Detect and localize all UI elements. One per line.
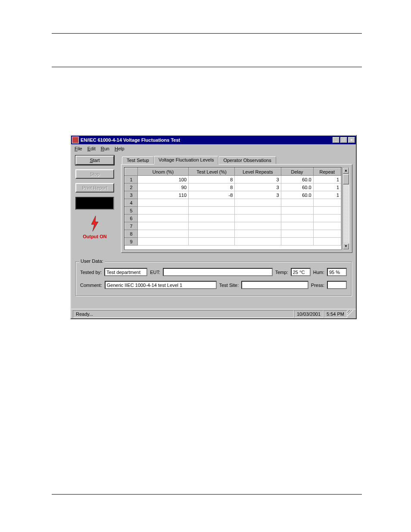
cell-repeat[interactable]: 1 — [313, 191, 341, 199]
col-repeat[interactable]: Repeat — [313, 168, 341, 176]
cell-testlevel[interactable]: 8 — [189, 176, 235, 184]
table-row[interactable]: 8 — [125, 230, 341, 238]
scroll-up-button[interactable]: ▲ — [343, 168, 349, 174]
row-header[interactable]: 3 — [125, 191, 138, 199]
cell-levelrepeats[interactable] — [235, 230, 281, 238]
cell-testlevel[interactable] — [189, 222, 235, 230]
col-unom[interactable]: Unom (%) — [138, 168, 189, 176]
cell-levelrepeats[interactable]: 3 — [235, 176, 281, 184]
cell-unom[interactable]: 90 — [138, 184, 189, 191]
temp-input[interactable] — [291, 268, 311, 276]
cell-testlevel[interactable] — [189, 199, 235, 207]
statusbar: Ready... 10/03/2001 5:54 PM — [71, 309, 356, 318]
menu-run[interactable]: Run — [101, 146, 109, 151]
scroll-thumb[interactable] — [343, 174, 349, 184]
cell-levelrepeats[interactable] — [235, 207, 281, 215]
print-report-button[interactable]: Print Report — [75, 183, 114, 193]
cell-repeat[interactable]: 1 — [313, 176, 341, 184]
start-button[interactable]: Start — [75, 156, 114, 165]
col-levelrepeats[interactable]: Level Repeats — [235, 168, 281, 176]
minimize-button[interactable]: _ — [333, 137, 339, 143]
tested-by-input[interactable] — [104, 268, 147, 276]
cell-delay[interactable] — [281, 238, 313, 246]
table-row[interactable]: 5 — [125, 207, 341, 215]
table-row[interactable]: 6 — [125, 215, 341, 222]
row-header[interactable]: 6 — [125, 215, 138, 222]
cell-unom[interactable] — [138, 230, 189, 238]
row-header[interactable]: 2 — [125, 184, 138, 191]
cell-repeat[interactable] — [313, 215, 341, 222]
comment-input[interactable] — [105, 281, 217, 289]
cell-testlevel[interactable] — [189, 215, 235, 222]
cell-delay[interactable]: 60.0 — [281, 184, 313, 191]
cell-testlevel[interactable]: 8 — [189, 184, 235, 191]
menu-file[interactable]: File — [75, 146, 82, 151]
cell-delay[interactable] — [281, 230, 313, 238]
cell-delay[interactable] — [281, 207, 313, 215]
menu-edit[interactable]: Edit — [87, 146, 96, 151]
cell-delay[interactable] — [281, 215, 313, 222]
cell-unom[interactable]: 100 — [138, 176, 189, 184]
table-row[interactable]: 4 — [125, 199, 341, 207]
cell-repeat[interactable] — [313, 222, 341, 230]
row-header[interactable]: 7 — [125, 222, 138, 230]
cell-delay[interactable] — [281, 222, 313, 230]
row-header[interactable]: 1 — [125, 176, 138, 184]
tab-operator-observations[interactable]: Operator Observations — [218, 156, 276, 164]
cell-unom[interactable] — [138, 215, 189, 222]
eut-input[interactable] — [163, 268, 273, 276]
table-row[interactable]: 7 — [125, 222, 341, 230]
col-delay[interactable]: Delay — [281, 168, 313, 176]
cell-repeat[interactable] — [313, 230, 341, 238]
cell-delay[interactable] — [281, 199, 313, 207]
titlebar[interactable]: EN/IEC 61000-4-14 Voltage Fluctuations T… — [71, 136, 356, 144]
cell-repeat[interactable]: 1 — [313, 184, 341, 191]
cell-levelrepeats[interactable] — [235, 215, 281, 222]
resize-grip[interactable] — [347, 310, 354, 318]
row-header[interactable]: 8 — [125, 230, 138, 238]
cell-levelrepeats[interactable]: 3 — [235, 184, 281, 191]
grid-scrollbar[interactable]: ▲ ▼ — [342, 167, 349, 250]
table-row[interactable]: 11008360.01 — [125, 176, 341, 184]
tab-panel: Unom (%) Test Level (%) Level Repeats De… — [121, 164, 352, 253]
cell-delay[interactable]: 60.0 — [281, 191, 313, 199]
row-header[interactable]: 4 — [125, 199, 138, 207]
table-row[interactable]: 2908360.01 — [125, 184, 341, 191]
row-header[interactable]: 5 — [125, 207, 138, 215]
cell-testlevel[interactable]: -8 — [189, 191, 235, 199]
cell-repeat[interactable] — [313, 199, 341, 207]
press-input[interactable] — [327, 281, 347, 289]
cell-levelrepeats[interactable] — [235, 222, 281, 230]
grid-corner[interactable] — [125, 168, 138, 176]
test-site-input[interactable] — [241, 281, 308, 289]
cell-testlevel[interactable] — [189, 230, 235, 238]
cell-levelrepeats[interactable] — [235, 238, 281, 246]
cell-unom[interactable]: 110 — [138, 191, 189, 199]
cell-testlevel[interactable] — [189, 207, 235, 215]
cell-levelrepeats[interactable] — [235, 199, 281, 207]
cell-unom[interactable] — [138, 238, 189, 246]
hum-input[interactable] — [327, 268, 347, 276]
menu-help[interactable]: Help — [115, 146, 125, 151]
table-row[interactable]: 3110-8360.01 — [125, 191, 341, 199]
cell-unom[interactable] — [138, 207, 189, 215]
cell-unom[interactable] — [138, 199, 189, 207]
cell-delay[interactable]: 60.0 — [281, 176, 313, 184]
cell-testlevel[interactable] — [189, 238, 235, 246]
table-row[interactable]: 9 — [125, 238, 341, 246]
stop-button[interactable]: Stop — [75, 169, 114, 179]
cell-levelrepeats[interactable]: 3 — [235, 191, 281, 199]
row-header[interactable]: 9 — [125, 238, 138, 246]
app-window: EN/IEC 61000-4-14 Voltage Fluctuations T… — [70, 135, 357, 319]
maximize-button[interactable]: □ — [340, 137, 347, 143]
cell-repeat[interactable] — [313, 238, 341, 246]
tab-voltage-levels[interactable]: Voltage Fluctuation Levels — [154, 156, 218, 165]
cell-repeat[interactable] — [313, 207, 341, 215]
cell-unom[interactable] — [138, 222, 189, 230]
status-date: 10/03/2001 — [294, 310, 324, 318]
tab-test-setup[interactable]: Test Setup — [122, 156, 154, 164]
scroll-down-button[interactable]: ▼ — [343, 243, 349, 249]
close-button[interactable]: × — [348, 137, 355, 143]
col-testlevel[interactable]: Test Level (%) — [189, 168, 235, 176]
levels-grid[interactable]: Unom (%) Test Level (%) Level Repeats De… — [124, 167, 342, 250]
